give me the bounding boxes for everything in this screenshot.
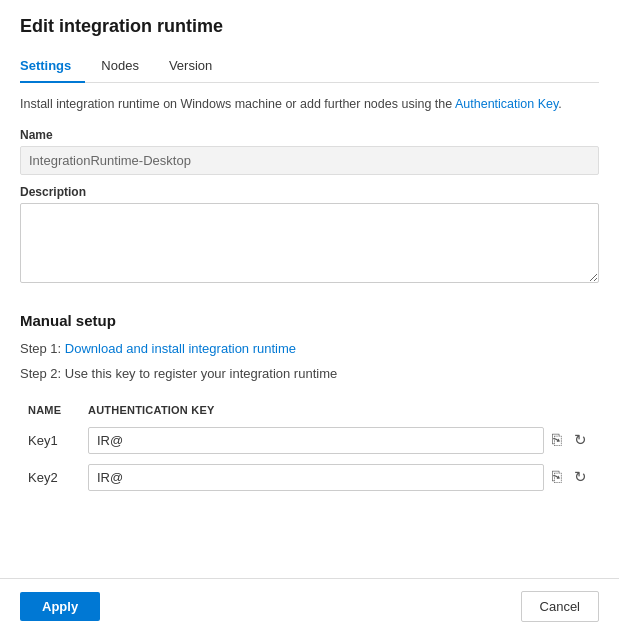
tab-nodes[interactable]: Nodes	[101, 50, 153, 83]
tabs-bar: Settings Nodes Version	[20, 49, 599, 83]
key1-copy-button[interactable]: ⎘	[548, 427, 566, 453]
key1-refresh-button[interactable]: ↻	[570, 427, 591, 453]
refresh-icon: ↻	[574, 468, 587, 486]
key2-input[interactable]	[88, 464, 544, 491]
name-field-group: Name	[20, 128, 599, 175]
col-header-name: NAME	[20, 400, 80, 422]
refresh-icon: ↻	[574, 431, 587, 449]
cancel-button[interactable]: Cancel	[521, 591, 599, 622]
description-field-group: Description	[20, 185, 599, 302]
table-row: Key2 ⎘ ↻	[20, 459, 599, 496]
panel-title: Edit integration runtime	[20, 16, 599, 37]
col-header-auth: AUTHENTICATION KEY	[80, 400, 599, 422]
description-label: Description	[20, 185, 599, 199]
main-panel: Edit integration runtime Settings Nodes …	[0, 0, 619, 578]
manual-setup-title: Manual setup	[20, 312, 599, 329]
description-input[interactable]	[20, 203, 599, 283]
key2-name: Key2	[20, 459, 80, 496]
info-text: Install integration runtime on Windows m…	[20, 95, 599, 114]
copy-icon: ⎘	[552, 468, 562, 486]
download-link[interactable]: Download and install integration runtime	[65, 341, 296, 356]
tab-version[interactable]: Version	[169, 50, 226, 83]
key1-value-cell: ⎘ ↻	[80, 422, 599, 459]
table-row: Key1 ⎘ ↻	[20, 422, 599, 459]
key1-name: Key1	[20, 422, 80, 459]
auth-key-link[interactable]: Authentication Key	[455, 97, 558, 111]
key2-copy-button[interactable]: ⎘	[548, 464, 566, 490]
key2-value-cell: ⎘ ↻	[80, 459, 599, 496]
footer: Apply Cancel	[0, 578, 619, 634]
copy-icon: ⎘	[552, 431, 562, 449]
key2-refresh-button[interactable]: ↻	[570, 464, 591, 490]
key1-input[interactable]	[88, 427, 544, 454]
keys-table: NAME AUTHENTICATION KEY Key1 ⎘ ↻	[20, 400, 599, 496]
apply-button[interactable]: Apply	[20, 592, 100, 621]
step1-text: Step 1: Download and install integration…	[20, 339, 599, 359]
name-input	[20, 146, 599, 175]
tab-settings[interactable]: Settings	[20, 50, 85, 83]
step2-text: Step 2: Use this key to register your in…	[20, 364, 599, 384]
name-label: Name	[20, 128, 599, 142]
